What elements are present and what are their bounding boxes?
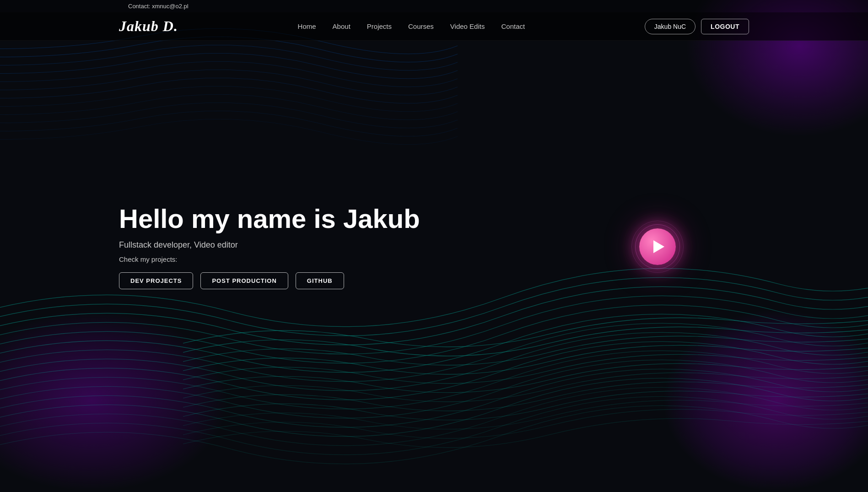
navbar: Jakub D. Home About Projects Courses Vid… (0, 12, 868, 41)
contact-label: Contact: xmnuc@o2.pl (128, 3, 189, 10)
btn-post-production[interactable]: POST PRODUCTION (200, 272, 288, 289)
nav-about[interactable]: About (333, 22, 350, 30)
play-button[interactable] (639, 228, 676, 265)
nav-links: Home About Projects Courses Video Edits … (298, 22, 525, 31)
play-button-container (639, 228, 676, 265)
play-icon (653, 240, 664, 253)
btn-github[interactable]: GITHUB (296, 272, 344, 289)
nav-courses[interactable]: Courses (408, 22, 434, 30)
logout-button[interactable]: LOGOUT (701, 19, 749, 34)
nav-video-edits[interactable]: Video Edits (450, 22, 485, 30)
hero-title: Hello my name is Jakub (119, 204, 420, 233)
nav-actions: Jakub NuC LOGOUT (645, 19, 749, 34)
nav-logo[interactable]: Jakub D. (119, 18, 178, 35)
contact-bar: Contact: xmnuc@o2.pl (0, 0, 868, 12)
nav-projects[interactable]: Projects (367, 22, 392, 30)
user-button[interactable]: Jakub NuC (645, 19, 695, 34)
btn-dev-projects[interactable]: DEV PROJECTS (119, 272, 193, 289)
hero-cta-label: Check my projects: (119, 255, 420, 263)
hero-subtitle: Fullstack developer, Video editor (119, 240, 420, 250)
nav-contact[interactable]: Contact (501, 22, 525, 30)
hero-content: Hello my name is Jakub Fullstack develop… (119, 204, 420, 290)
hero-buttons: DEV PROJECTS POST PRODUCTION GITHUB (119, 272, 420, 289)
nav-home[interactable]: Home (298, 22, 316, 30)
hero-section: Hello my name is Jakub Fullstack develop… (0, 41, 868, 453)
